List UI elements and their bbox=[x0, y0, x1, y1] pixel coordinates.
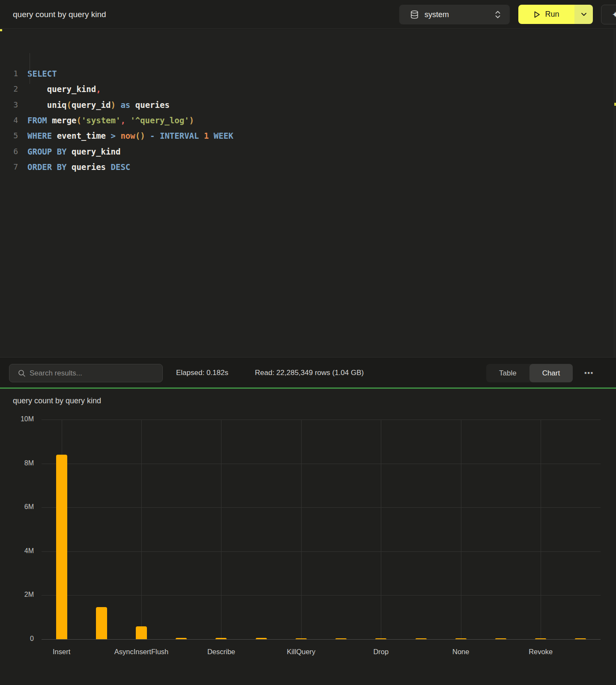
bar[interactable] bbox=[335, 638, 347, 639]
token-ws bbox=[106, 162, 111, 172]
bar[interactable] bbox=[296, 638, 307, 639]
bar[interactable] bbox=[256, 638, 267, 639]
token-kw: WHERE bbox=[27, 131, 52, 140]
token-id: query_kind bbox=[72, 147, 120, 156]
code-line[interactable]: 3 uniq(query_id) as queries bbox=[0, 97, 616, 113]
horizontal-gridline bbox=[42, 420, 601, 420]
bar[interactable] bbox=[575, 638, 586, 639]
token-id: event_time bbox=[57, 131, 106, 140]
token-ws bbox=[116, 100, 120, 110]
code-line[interactable]: 4FROM merge('system', '^query_log') bbox=[0, 113, 616, 128]
token-id: uniq bbox=[47, 100, 67, 110]
bar[interactable] bbox=[215, 638, 227, 639]
token-id: queries bbox=[72, 162, 106, 172]
token-ws bbox=[116, 131, 120, 140]
code-line[interactable]: 1SELECT bbox=[0, 66, 616, 81]
bar[interactable] bbox=[455, 638, 466, 639]
vertical-gridline bbox=[461, 420, 461, 639]
vertical-gridline bbox=[301, 420, 302, 639]
sparkle-button[interactable]: ✦ bbox=[601, 5, 616, 24]
code-line[interactable]: 5WHERE event_time > now() - INTERVAL 1 W… bbox=[0, 128, 616, 143]
run-options-button[interactable] bbox=[574, 5, 593, 24]
bar[interactable] bbox=[375, 638, 386, 639]
ellipsis-icon: ⋯ bbox=[584, 368, 593, 378]
elapsed-stat: Elapsed: 0.182s bbox=[176, 357, 228, 388]
code-text: query_kind, bbox=[27, 81, 101, 97]
token-ws bbox=[67, 162, 72, 172]
token-ws bbox=[106, 131, 111, 140]
bar[interactable] bbox=[136, 626, 147, 639]
token-fn: now bbox=[120, 131, 135, 140]
token-kw: SELECT bbox=[27, 69, 57, 78]
database-icon bbox=[410, 10, 419, 19]
indent-guide bbox=[30, 53, 30, 84]
token-kw: - bbox=[150, 131, 155, 140]
code-text: uniq(query_id) as queries bbox=[27, 97, 170, 113]
play-icon bbox=[533, 11, 541, 18]
line-number: 7 bbox=[0, 159, 18, 175]
code-line[interactable]: 7ORDER BY queries DESC bbox=[0, 159, 616, 175]
token-pr: ( bbox=[67, 100, 72, 110]
token-kw: DESC bbox=[111, 162, 131, 172]
token-kw: GROUP BY bbox=[27, 147, 67, 156]
token-pr: ( bbox=[76, 116, 81, 125]
token-ws bbox=[67, 147, 72, 156]
token-id: query_kind bbox=[47, 84, 96, 94]
token-id: queries bbox=[135, 100, 170, 110]
view-toggle: Table Chart bbox=[486, 364, 573, 382]
bar[interactable] bbox=[96, 607, 107, 639]
token-ws bbox=[52, 131, 57, 140]
token-kw: ORDER BY bbox=[27, 162, 67, 172]
y-axis-tick-label: 10M bbox=[12, 415, 34, 423]
line-number: 5 bbox=[0, 128, 18, 143]
token-ws bbox=[130, 100, 135, 110]
code-line[interactable]: 2 query_kind, bbox=[0, 81, 616, 97]
token-kw: as bbox=[120, 100, 130, 110]
page-title: query count by query kind bbox=[13, 0, 106, 29]
token-str: 'system' bbox=[81, 116, 121, 125]
chart-title: query count by query kind bbox=[13, 396, 101, 405]
search-input[interactable] bbox=[30, 369, 158, 378]
token-ws bbox=[27, 84, 47, 94]
scrollbar-overview-ruler[interactable] bbox=[614, 29, 616, 357]
line-number: 3 bbox=[0, 97, 18, 113]
database-selector[interactable]: system bbox=[399, 5, 510, 24]
clickhouse-sql-console: { "topbar": { "title": "query count by q… bbox=[0, 0, 616, 685]
chevron-down-icon bbox=[581, 12, 587, 16]
code-line[interactable]: 6GROUP BY query_kind bbox=[0, 144, 616, 159]
token-id: query_id bbox=[72, 100, 111, 110]
bar[interactable] bbox=[495, 638, 506, 639]
token-kw: WEEK bbox=[214, 131, 233, 140]
code-text: FROM merge('system', '^query_log') bbox=[27, 113, 194, 128]
token-cm: , bbox=[96, 84, 101, 94]
search-box[interactable] bbox=[9, 364, 163, 382]
y-axis-tick-label: 4M bbox=[12, 547, 34, 555]
sql-editor[interactable]: 1SELECT2 query_kind,3 uniq(query_id) as … bbox=[0, 29, 616, 357]
y-axis-tick-label: 0 bbox=[12, 635, 34, 643]
token-ws bbox=[126, 116, 130, 125]
chart-section: query count by query kind 02M4M6M8M10MIn… bbox=[0, 389, 616, 685]
token-ws bbox=[155, 131, 160, 140]
token-ws bbox=[47, 116, 52, 125]
code-text: SELECT bbox=[27, 66, 57, 81]
bar[interactable] bbox=[535, 638, 546, 639]
more-menu-button[interactable]: ⋯ bbox=[579, 364, 598, 382]
tab-table[interactable]: Table bbox=[486, 364, 529, 382]
results-toolbar: Elapsed: 0.182s Read: 22,285,349 rows (1… bbox=[0, 357, 616, 387]
token-ws bbox=[145, 131, 150, 140]
horizontal-gridline bbox=[42, 464, 601, 464]
token-ws bbox=[209, 131, 213, 140]
bar[interactable] bbox=[176, 638, 187, 639]
tab-chart[interactable]: Chart bbox=[529, 364, 573, 382]
token-id: merge bbox=[52, 116, 76, 125]
horizontal-gridline bbox=[42, 639, 601, 640]
token-ws bbox=[199, 131, 204, 140]
token-cm: , bbox=[120, 116, 125, 125]
run-button-label: Run bbox=[545, 10, 559, 19]
horizontal-gridline bbox=[42, 551, 601, 552]
bar[interactable] bbox=[416, 638, 427, 639]
run-button[interactable]: Run bbox=[518, 5, 574, 24]
line-number: 1 bbox=[0, 66, 18, 81]
bar[interactable] bbox=[56, 455, 67, 639]
code-text: WHERE event_time > now() - INTERVAL 1 WE… bbox=[27, 128, 233, 143]
